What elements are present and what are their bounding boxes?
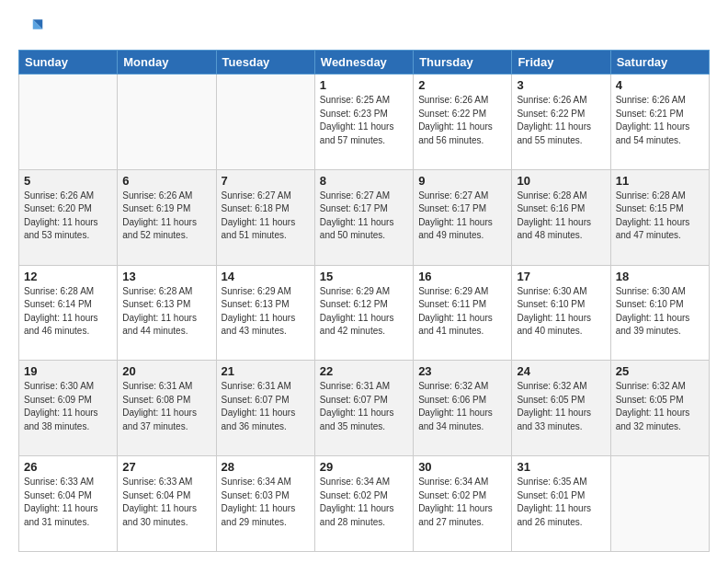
- day-info: Sunrise: 6:31 AM Sunset: 6:07 PM Dayligh…: [320, 380, 408, 433]
- calendar-cell: 5Sunrise: 6:26 AM Sunset: 6:20 PM Daylig…: [19, 169, 118, 265]
- calendar-week-3: 12Sunrise: 6:28 AM Sunset: 6:14 PM Dayli…: [19, 265, 710, 361]
- calendar-cell: 26Sunrise: 6:33 AM Sunset: 6:04 PM Dayli…: [19, 456, 118, 552]
- calendar-cell: 1Sunrise: 6:25 AM Sunset: 6:23 PM Daylig…: [314, 75, 413, 170]
- calendar-cell: 31Sunrise: 6:35 AM Sunset: 6:01 PM Dayli…: [512, 456, 610, 552]
- calendar-header-monday: Monday: [118, 51, 216, 75]
- calendar-header-tuesday: Tuesday: [216, 51, 314, 75]
- day-number: 2: [418, 78, 506, 92]
- day-number: 14: [222, 270, 310, 283]
- day-number: 25: [616, 364, 704, 378]
- day-info: Sunrise: 6:34 AM Sunset: 6:03 PM Dayligh…: [222, 476, 310, 529]
- day-info: Sunrise: 6:33 AM Sunset: 6:04 PM Dayligh…: [24, 476, 112, 529]
- calendar-table: SundayMondayTuesdayWednesdayThursdayFrid…: [18, 50, 710, 552]
- calendar-cell: 23Sunrise: 6:32 AM Sunset: 6:06 PM Dayli…: [414, 361, 512, 456]
- day-info: Sunrise: 6:32 AM Sunset: 6:05 PM Dayligh…: [616, 380, 704, 433]
- day-number: 1: [320, 78, 408, 92]
- calendar-cell: 29Sunrise: 6:34 AM Sunset: 6:02 PM Dayli…: [314, 456, 413, 552]
- day-number: 31: [517, 460, 605, 474]
- day-number: 10: [517, 174, 605, 188]
- logo-icon: [18, 15, 44, 40]
- calendar-cell: 18Sunrise: 6:30 AM Sunset: 6:10 PM Dayli…: [610, 265, 709, 361]
- day-info: Sunrise: 6:28 AM Sunset: 6:13 PM Dayligh…: [122, 285, 210, 339]
- day-info: Sunrise: 6:26 AM Sunset: 6:20 PM Dayligh…: [24, 190, 112, 243]
- day-info: Sunrise: 6:33 AM Sunset: 6:04 PM Dayligh…: [122, 476, 210, 529]
- day-number: 6: [122, 174, 210, 188]
- day-info: Sunrise: 6:32 AM Sunset: 6:06 PM Dayligh…: [418, 380, 506, 433]
- day-number: 28: [222, 460, 310, 474]
- calendar-cell: 9Sunrise: 6:27 AM Sunset: 6:17 PM Daylig…: [414, 169, 512, 265]
- calendar-header-row: SundayMondayTuesdayWednesdayThursdayFrid…: [19, 51, 710, 75]
- day-number: 17: [517, 270, 605, 283]
- calendar-cell: [216, 75, 314, 170]
- day-number: 30: [418, 460, 506, 474]
- calendar-header-friday: Friday: [512, 51, 610, 75]
- calendar-week-2: 5Sunrise: 6:26 AM Sunset: 6:20 PM Daylig…: [19, 169, 710, 265]
- day-number: 9: [418, 174, 506, 188]
- calendar-cell: 6Sunrise: 6:26 AM Sunset: 6:19 PM Daylig…: [118, 169, 216, 265]
- calendar-cell: 15Sunrise: 6:29 AM Sunset: 6:12 PM Dayli…: [314, 265, 413, 361]
- calendar-cell: 27Sunrise: 6:33 AM Sunset: 6:04 PM Dayli…: [118, 456, 216, 552]
- calendar-header-sunday: Sunday: [19, 51, 118, 75]
- calendar-cell: 8Sunrise: 6:27 AM Sunset: 6:17 PM Daylig…: [314, 169, 413, 265]
- day-info: Sunrise: 6:29 AM Sunset: 6:12 PM Dayligh…: [320, 285, 408, 339]
- day-info: Sunrise: 6:29 AM Sunset: 6:13 PM Dayligh…: [222, 285, 310, 339]
- day-info: Sunrise: 6:27 AM Sunset: 6:17 PM Dayligh…: [320, 190, 408, 243]
- header: [18, 15, 710, 40]
- day-number: 20: [122, 364, 210, 378]
- calendar-cell: 3Sunrise: 6:26 AM Sunset: 6:22 PM Daylig…: [512, 75, 610, 170]
- calendar-cell: 30Sunrise: 6:34 AM Sunset: 6:02 PM Dayli…: [414, 456, 512, 552]
- day-number: 22: [320, 364, 408, 378]
- day-number: 15: [320, 270, 408, 283]
- day-number: 26: [24, 460, 112, 474]
- day-number: 3: [517, 78, 605, 92]
- day-info: Sunrise: 6:27 AM Sunset: 6:17 PM Dayligh…: [418, 190, 506, 243]
- day-info: Sunrise: 6:28 AM Sunset: 6:15 PM Dayligh…: [616, 190, 704, 243]
- day-info: Sunrise: 6:34 AM Sunset: 6:02 PM Dayligh…: [320, 476, 408, 529]
- day-number: 24: [517, 364, 605, 378]
- calendar-cell: 20Sunrise: 6:31 AM Sunset: 6:08 PM Dayli…: [118, 361, 216, 456]
- day-info: Sunrise: 6:30 AM Sunset: 6:09 PM Dayligh…: [24, 380, 112, 433]
- day-info: Sunrise: 6:35 AM Sunset: 6:01 PM Dayligh…: [517, 476, 605, 529]
- day-number: 21: [222, 364, 310, 378]
- day-info: Sunrise: 6:25 AM Sunset: 6:23 PM Dayligh…: [320, 94, 408, 147]
- day-number: 7: [222, 174, 310, 188]
- day-info: Sunrise: 6:26 AM Sunset: 6:19 PM Dayligh…: [122, 190, 210, 243]
- day-info: Sunrise: 6:26 AM Sunset: 6:21 PM Dayligh…: [616, 94, 704, 147]
- calendar-week-1: 1Sunrise: 6:25 AM Sunset: 6:23 PM Daylig…: [19, 75, 710, 170]
- calendar-cell: 24Sunrise: 6:32 AM Sunset: 6:05 PM Dayli…: [512, 361, 610, 456]
- calendar-cell: 28Sunrise: 6:34 AM Sunset: 6:03 PM Dayli…: [216, 456, 314, 552]
- calendar-cell: [118, 75, 216, 170]
- day-number: 5: [24, 174, 112, 188]
- calendar-cell: 4Sunrise: 6:26 AM Sunset: 6:21 PM Daylig…: [610, 75, 709, 170]
- day-info: Sunrise: 6:28 AM Sunset: 6:16 PM Dayligh…: [517, 190, 605, 243]
- day-info: Sunrise: 6:29 AM Sunset: 6:11 PM Dayligh…: [418, 285, 506, 339]
- day-info: Sunrise: 6:26 AM Sunset: 6:22 PM Dayligh…: [418, 94, 506, 147]
- calendar-cell: 16Sunrise: 6:29 AM Sunset: 6:11 PM Dayli…: [414, 265, 512, 361]
- calendar-header-thursday: Thursday: [414, 51, 512, 75]
- calendar-cell: [610, 456, 709, 552]
- day-info: Sunrise: 6:30 AM Sunset: 6:10 PM Dayligh…: [517, 285, 605, 339]
- day-info: Sunrise: 6:34 AM Sunset: 6:02 PM Dayligh…: [418, 476, 506, 529]
- day-info: Sunrise: 6:32 AM Sunset: 6:05 PM Dayligh…: [517, 380, 605, 433]
- page: SundayMondayTuesdayWednesdayThursdayFrid…: [0, 0, 728, 563]
- calendar-cell: 21Sunrise: 6:31 AM Sunset: 6:07 PM Dayli…: [216, 361, 314, 456]
- day-number: 4: [616, 78, 704, 92]
- day-info: Sunrise: 6:31 AM Sunset: 6:07 PM Dayligh…: [222, 380, 310, 433]
- day-number: 8: [320, 174, 408, 188]
- day-number: 13: [122, 270, 210, 283]
- day-number: 29: [320, 460, 408, 474]
- day-number: 18: [616, 270, 704, 283]
- calendar-cell: 25Sunrise: 6:32 AM Sunset: 6:05 PM Dayli…: [610, 361, 709, 456]
- calendar-cell: 10Sunrise: 6:28 AM Sunset: 6:16 PM Dayli…: [512, 169, 610, 265]
- calendar-week-5: 26Sunrise: 6:33 AM Sunset: 6:04 PM Dayli…: [19, 456, 710, 552]
- day-info: Sunrise: 6:28 AM Sunset: 6:14 PM Dayligh…: [24, 285, 112, 339]
- day-number: 27: [122, 460, 210, 474]
- day-number: 23: [418, 364, 506, 378]
- calendar-cell: 17Sunrise: 6:30 AM Sunset: 6:10 PM Dayli…: [512, 265, 610, 361]
- day-number: 16: [418, 270, 506, 283]
- day-info: Sunrise: 6:30 AM Sunset: 6:10 PM Dayligh…: [616, 285, 704, 339]
- calendar-cell: 7Sunrise: 6:27 AM Sunset: 6:18 PM Daylig…: [216, 169, 314, 265]
- day-info: Sunrise: 6:26 AM Sunset: 6:22 PM Dayligh…: [517, 94, 605, 147]
- calendar-cell: 2Sunrise: 6:26 AM Sunset: 6:22 PM Daylig…: [414, 75, 512, 170]
- calendar-cell: 14Sunrise: 6:29 AM Sunset: 6:13 PM Dayli…: [216, 265, 314, 361]
